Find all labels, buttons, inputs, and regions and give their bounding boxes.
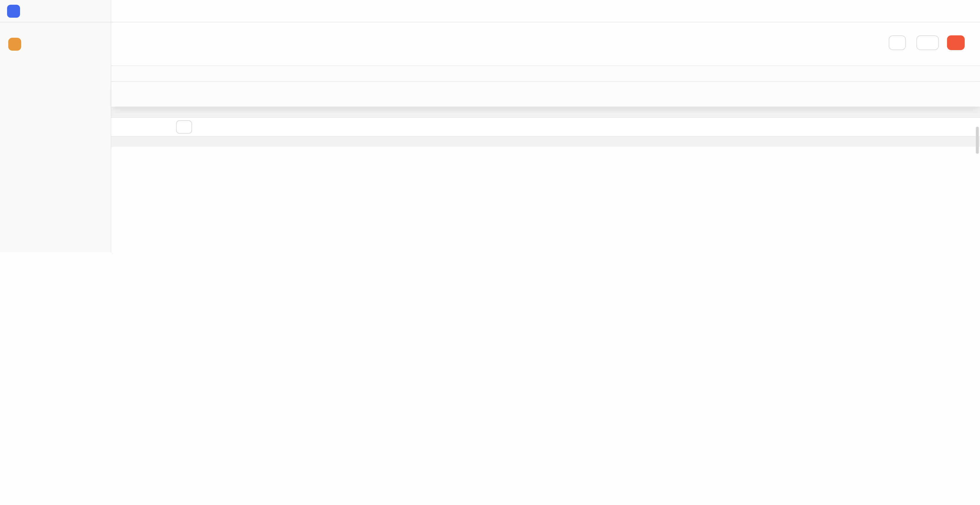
unthrottled-hint <box>111 82 980 107</box>
create-guide-button[interactable] <box>947 35 965 50</box>
row-gap <box>111 142 980 147</box>
content-filler <box>111 147 980 253</box>
scrollbar-thumb[interactable] <box>976 127 979 154</box>
page-header <box>111 22 980 65</box>
top-bar <box>111 0 980 22</box>
header-actions <box>889 35 965 50</box>
workspace-header <box>0 0 111 22</box>
section-gap <box>111 107 980 117</box>
app-root <box>0 0 980 253</box>
knock-logo <box>7 5 20 18</box>
row-gap <box>111 137 980 142</box>
sidebar-nav <box>0 22 111 253</box>
save-order-button[interactable] <box>889 35 906 50</box>
throttle-amount-select[interactable] <box>176 120 192 134</box>
main-area <box>111 0 980 253</box>
throttle-dropdown[interactable] <box>916 35 939 50</box>
table-header <box>111 65 980 82</box>
sidebar <box>0 0 111 253</box>
environment-switcher[interactable] <box>5 36 106 53</box>
developers-group-header[interactable] <box>5 56 106 72</box>
unthrottled-section <box>111 82 980 107</box>
development-badge <box>8 38 21 51</box>
throttle-divider-row <box>111 117 980 137</box>
